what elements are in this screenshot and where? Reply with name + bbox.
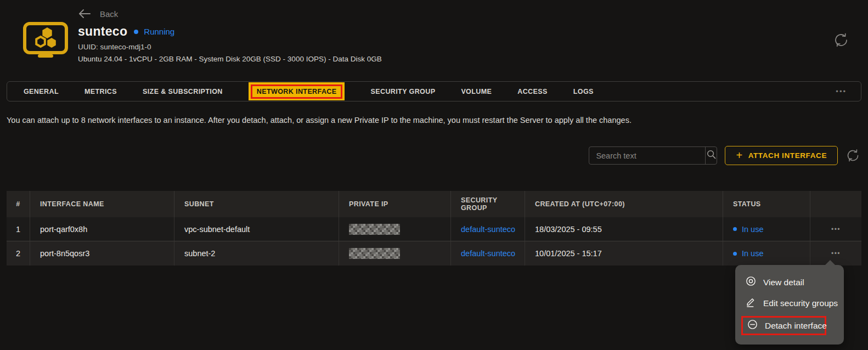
private-ip-cell <box>339 241 451 266</box>
row-actions-context-menu: View detail Edit security groups Detach … <box>735 265 844 345</box>
col-header-private-ip: PRIVATE IP <box>339 191 451 217</box>
row-actions-ellipsis-icon[interactable]: ••• <box>831 250 841 257</box>
tab-security-group[interactable]: SECURITY GROUP <box>370 88 435 95</box>
row-index: 2 <box>7 241 30 266</box>
instance-spec: Ubuntu 24.04 - 1vCPU - 2GB RAM - System … <box>78 55 382 63</box>
instance-name: sunteco <box>78 24 127 39</box>
created-at: 18/03/2025 - 09:55 <box>525 217 723 241</box>
col-header-subnet: SUBNET <box>174 191 339 217</box>
row-actions-ellipsis-icon[interactable]: ••• <box>831 225 841 233</box>
private-ip-cell <box>339 217 451 241</box>
row-index: 1 <box>7 217 30 241</box>
tab-metrics[interactable]: METRICS <box>84 88 117 95</box>
menu-item-label: Detach interface <box>765 321 827 331</box>
network-interface-page: Back sunteco Running UUID: sunteco-mdj1-… <box>0 0 868 350</box>
tab-overflow-ellipsis-icon[interactable]: ••• <box>836 87 861 95</box>
tab-bar: GENERAL METRICS SIZE & SUBSCRIPTION NETW… <box>7 81 861 101</box>
table-toolbar: + ATTACH INTERFACE <box>589 146 860 165</box>
col-header-actions <box>810 191 861 217</box>
in-use-dot <box>733 252 737 256</box>
table-header-row: # INTERFACE NAME SUBNET PRIVATE IP SECUR… <box>7 191 861 217</box>
plus-icon: + <box>736 150 742 161</box>
menu-item-label: View detail <box>763 278 804 287</box>
interface-name: port-8n5qosr3 <box>30 241 174 266</box>
menu-item-detach-interface[interactable]: Detach interface <box>741 316 826 335</box>
col-header-index: # <box>7 191 30 217</box>
tab-logs[interactable]: LOGS <box>573 88 594 95</box>
search-icon <box>706 149 717 162</box>
eye-icon <box>746 276 756 289</box>
edit-icon <box>746 297 756 309</box>
page-description: You can attach up to 8 network interface… <box>7 116 632 125</box>
created-at: 10/01/2025 - 15:17 <box>525 241 723 266</box>
search-button[interactable] <box>705 147 717 164</box>
tab-volume[interactable]: VOLUME <box>461 88 492 95</box>
back-label: Back <box>100 9 118 19</box>
table-row: 1 port-qarf0x8h vpc-subnet-default defau… <box>7 217 861 241</box>
tab-general[interactable]: GENERAL <box>24 88 59 95</box>
annotation-red-box: NETWORK INTERFACE <box>251 84 343 99</box>
tab-network-interface[interactable]: NETWORK INTERFACE <box>249 82 345 100</box>
interface-name: port-qarf0x8h <box>30 217 174 241</box>
redacted-ip-blur <box>349 248 400 259</box>
redacted-ip-blur <box>349 224 400 235</box>
table-row: 2 port-8n5qosr3 subnet-2 default-sunteco… <box>7 241 861 266</box>
status-label: In use <box>742 249 764 258</box>
table-refresh-icon[interactable] <box>846 148 860 163</box>
instance-uuid: UUID: sunteco-mdj1-0 <box>78 43 382 51</box>
detach-icon <box>747 319 758 332</box>
subnet-name: vpc-subnet-default <box>174 217 339 241</box>
col-header-status: STATUS <box>723 191 810 217</box>
attach-interface-button[interactable]: + ATTACH INTERFACE <box>725 146 838 165</box>
instance-monitor-icon <box>22 22 69 60</box>
menu-item-label: Edit security groups <box>763 298 838 308</box>
tab-network-interface-label: NETWORK INTERFACE <box>257 88 337 95</box>
col-header-created-at: CREATED AT (UTC+07:00) <box>525 191 723 217</box>
search-box <box>589 146 717 165</box>
context-menu-arrow <box>825 260 836 266</box>
security-group-link[interactable]: default-sunteco <box>461 249 515 258</box>
in-use-dot <box>733 227 737 231</box>
status-badge: In use <box>733 225 764 234</box>
tab-access[interactable]: ACCESS <box>517 88 548 95</box>
back-button[interactable]: Back <box>78 9 118 19</box>
network-interfaces-table: # INTERFACE NAME SUBNET PRIVATE IP SECUR… <box>7 191 861 266</box>
instance-summary: sunteco Running UUID: sunteco-mdj1-0 Ubu… <box>78 24 382 63</box>
menu-item-view-detail[interactable]: View detail <box>735 274 844 290</box>
tab-size-subscription[interactable]: SIZE & SUBSCRIPTION <box>143 88 223 95</box>
status-label: In use <box>742 225 764 234</box>
security-group-link[interactable]: default-sunteco <box>461 225 515 234</box>
col-header-interface-name: INTERFACE NAME <box>30 191 174 217</box>
attach-interface-label: ATTACH INTERFACE <box>748 151 827 160</box>
col-header-security-group: SECURITY GROUP <box>451 191 525 217</box>
running-status-label: Running <box>144 27 174 36</box>
header-refresh-icon[interactable] <box>833 32 849 50</box>
subnet-name: subnet-2 <box>174 241 339 266</box>
menu-item-edit-security-groups[interactable]: Edit security groups <box>735 295 844 311</box>
back-arrow-icon <box>78 9 91 19</box>
status-badge: In use <box>733 249 764 258</box>
running-status-dot <box>134 30 138 34</box>
search-input[interactable] <box>589 147 705 164</box>
